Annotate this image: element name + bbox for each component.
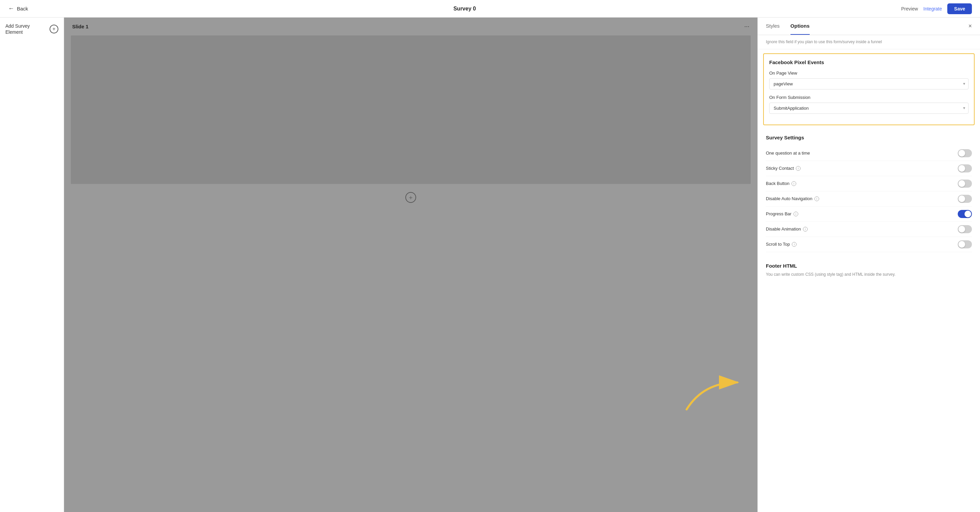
toggle-progress-bar[interactable] [958, 210, 972, 218]
info-icon-progress-bar[interactable]: i [794, 212, 798, 216]
setting-one-question-label: One question at a time [766, 150, 810, 156]
tab-styles[interactable]: Styles [766, 18, 780, 35]
setting-sticky-contact-label: Sticky Contact i [766, 166, 800, 171]
tab-options[interactable]: Options [791, 18, 810, 35]
panel-body: Ignore this field if you plan to use thi… [758, 35, 980, 512]
on-form-submission-select[interactable]: SubmitApplication [769, 103, 969, 114]
survey-settings-title: Survey Settings [766, 135, 972, 140]
setting-disable-auto-nav-label: Disable Auto Navigation i [766, 196, 819, 201]
back-arrow-icon: ← [8, 5, 14, 12]
setting-disable-animation: Disable Animation i [766, 222, 972, 237]
add-element-icon: + [49, 25, 58, 33]
setting-disable-auto-nav: Disable Auto Navigation i [766, 191, 972, 207]
info-icon-disable-animation[interactable]: i [803, 227, 808, 231]
footer-html-description: You can write custom CSS (using style ta… [766, 271, 972, 278]
panel-tabs: Styles Options [766, 18, 810, 35]
on-page-view-select-wrapper: pageView ▾ [769, 78, 969, 89]
right-panel: Styles Options × Ignore this field if yo… [757, 18, 980, 512]
setting-disable-animation-label: Disable Animation i [766, 226, 808, 231]
toggle-scroll-to-top[interactable] [958, 240, 972, 249]
left-sidebar: Add Survey Element + [0, 18, 64, 512]
toggle-back-button[interactable] [958, 180, 972, 188]
setting-scroll-to-top-label: Scroll to Top i [766, 242, 797, 247]
page-title: Survey 0 [453, 6, 476, 12]
toggle-sticky-contact[interactable] [958, 164, 972, 172]
add-survey-element-button[interactable]: Add Survey Element + [5, 23, 58, 35]
setting-progress-bar-label: Progress Bar i [766, 211, 798, 216]
on-page-view-label: On Page View [769, 70, 969, 76]
toggle-disable-auto-nav[interactable] [958, 195, 972, 203]
slide-menu-icon[interactable]: ··· [744, 23, 749, 30]
footer-html-section: Footer HTML You can write custom CSS (us… [758, 257, 980, 283]
facebook-pixel-title: Facebook Pixel Events [769, 59, 969, 65]
toggle-disable-animation[interactable] [958, 225, 972, 233]
on-form-submission-label: On Form Submission [769, 95, 969, 100]
on-page-view-select[interactable]: pageView [769, 78, 969, 89]
facebook-pixel-section: Facebook Pixel Events On Page View pageV… [763, 53, 975, 125]
header-actions: Preview Integrate Save [901, 3, 972, 14]
preview-button[interactable]: Preview [901, 6, 918, 11]
info-icon-back-button[interactable]: i [791, 181, 796, 186]
app-header: ← Back Survey 0 Preview Integrate Save [0, 0, 980, 18]
toggle-one-question[interactable] [958, 149, 972, 157]
info-icon-scroll-to-top[interactable]: i [792, 242, 797, 247]
setting-progress-bar: Progress Bar i [766, 207, 972, 222]
info-icon-disable-auto-nav[interactable]: i [815, 196, 819, 201]
on-form-submission-select-wrapper: SubmitApplication ▾ [769, 103, 969, 114]
info-icon-sticky-contact[interactable]: i [796, 166, 800, 171]
panel-header: Styles Options × [758, 18, 980, 35]
setting-sticky-contact: Sticky Contact i [766, 161, 972, 176]
add-survey-element-label: Add Survey Element [5, 23, 47, 35]
integrate-button[interactable]: Integrate [923, 6, 942, 11]
setting-back-button: Back Button i [766, 176, 972, 191]
back-button[interactable]: ← Back [8, 5, 28, 12]
panel-close-button[interactable]: × [968, 22, 972, 30]
ignore-text: Ignore this field if you plan to use thi… [758, 35, 980, 49]
slide-header: Slide 1 ··· [64, 18, 757, 35]
slide-canvas [71, 35, 751, 184]
setting-one-question: One question at a time [766, 146, 972, 161]
survey-settings-section: Survey Settings One question at a time S… [758, 129, 980, 257]
setting-back-button-label: Back Button i [766, 181, 796, 186]
main-canvas: Slide 1 ··· ＋ [64, 18, 757, 512]
setting-scroll-to-top: Scroll to Top i [766, 237, 972, 252]
footer-html-title: Footer HTML [766, 263, 972, 269]
back-label: Back [17, 6, 28, 11]
add-slide-button[interactable]: ＋ [406, 192, 416, 203]
save-button[interactable]: Save [947, 3, 972, 14]
slide-title: Slide 1 [72, 24, 88, 29]
